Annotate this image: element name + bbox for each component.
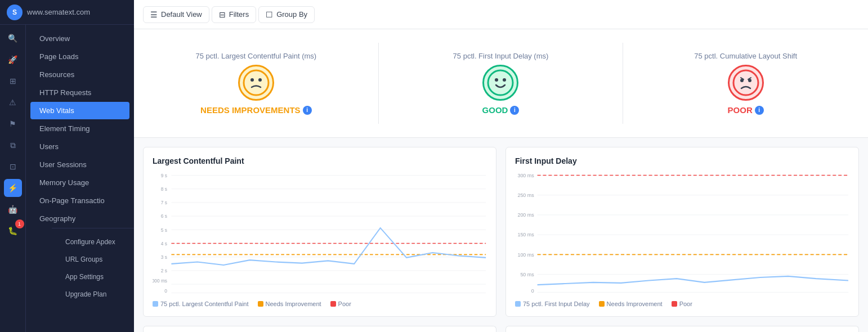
svg-text:0: 0 <box>531 288 534 294</box>
fid-chart-area: 300 ms 250 ms 200 ms 150 ms 100 ms 50 ms… <box>515 172 849 296</box>
nav-item-memory-usage[interactable]: Memory Usage <box>30 174 129 191</box>
legend-fid-needs-improvement: Needs Improvement <box>599 300 663 307</box>
fid-status-label: GOOD i <box>482 105 520 115</box>
nav-item-overview[interactable]: Overview <box>30 30 129 47</box>
legend-fid-poor: Poor <box>672 300 692 307</box>
monitor-icon-btn[interactable]: ⊡ <box>4 158 22 176</box>
svg-point-3 <box>488 70 513 95</box>
fid-title: 75 pctl. First Input Delay (ms) <box>453 52 549 60</box>
status-card-lcp: 75 pctl. Largest Contentful Paint (ms) N… <box>134 43 379 124</box>
flag-icon-btn[interactable]: ⚑ <box>4 115 22 133</box>
legend-fid-poor-dot <box>672 301 677 307</box>
status-cards: 75 pctl. Largest Contentful Paint (ms) N… <box>134 29 868 138</box>
svg-text:7 s: 7 s <box>161 200 168 206</box>
svg-point-5 <box>503 78 506 82</box>
svg-point-4 <box>495 78 498 82</box>
group-by-icon: ☐ <box>266 10 273 19</box>
svg-text:6 s: 6 s <box>161 213 168 219</box>
nav-item-http-requests[interactable]: HTTP Requests <box>30 84 129 101</box>
lightning-icon-btn[interactable]: ⚡ <box>4 179 22 197</box>
lcp-title: 75 pctl. Largest Contentful Paint (ms) <box>196 52 317 60</box>
nav-item-element-timing[interactable]: Element Timing <box>30 120 129 137</box>
svg-text:150 ms: 150 ms <box>517 231 534 238</box>
nav-item-user-sessions[interactable]: User Sessions <box>30 156 129 173</box>
nav-item-page-loads[interactable]: Page Loads <box>30 48 129 65</box>
sidebar-logo: S www.sematext.com <box>0 0 134 25</box>
needs-improvement-face-svg <box>243 69 270 96</box>
svg-point-6 <box>733 70 758 95</box>
search-icon-btn[interactable]: 🔍 <box>4 29 22 47</box>
default-view-icon: ☰ <box>150 10 158 19</box>
svg-text:5 s: 5 s <box>161 227 168 233</box>
svg-text:100 ms: 100 ms <box>517 251 534 258</box>
logo-text: www.sematext.com <box>27 8 90 16</box>
legend-poor-dot <box>330 301 336 307</box>
nav-item-upgrade-plan[interactable]: Upgrade Plan <box>56 286 129 303</box>
svg-point-2 <box>258 78 262 82</box>
nav-item-geography[interactable]: Geography <box>30 210 129 227</box>
filters-label: Filters <box>229 10 249 19</box>
layers-icon-btn[interactable]: ⧉ <box>4 136 22 154</box>
sidebar-nav: Overview Page Loads Resources HTTP Reque… <box>26 25 134 332</box>
nav-item-resources[interactable]: Resources <box>30 66 129 83</box>
lcp-face <box>238 65 274 101</box>
legend-fid-line: 75 pctl. First Input Delay <box>515 300 590 307</box>
legend-needs-dot <box>258 301 263 307</box>
main-content: ☰ Default View ⊟ Filters ☐ Group By 75 p… <box>134 0 868 332</box>
default-view-label: Default View <box>161 10 202 19</box>
svg-text:1000 ms: 1000 ms <box>153 277 167 284</box>
fid-chart-card: First Input Delay 300 ms 250 ms 200 ms 1… <box>505 147 859 317</box>
group-by-button[interactable]: ☐ Group By <box>258 6 315 23</box>
status-card-cls: 75 pctl. Cumulative Layout Shift POOR i <box>623 43 868 124</box>
lcp-chart-svg: 9 s 8 s 7 s 6 s 5 s 4 s 3 s 2 s 1000 ms … <box>153 172 487 296</box>
filters-button[interactable]: ⊟ Filters <box>212 6 256 23</box>
cls-status-label: POOR i <box>728 105 764 115</box>
svg-text:200 ms: 200 ms <box>517 212 534 218</box>
rocket-icon-btn[interactable]: 🚀 <box>4 51 22 69</box>
fcp-title: First Contentful Pai <box>505 326 859 332</box>
nav-item-app-settings[interactable]: App Settings <box>56 268 129 285</box>
svg-text:250 ms: 250 ms <box>517 192 534 199</box>
active-icon-container: ⚡ <box>4 179 22 197</box>
default-view-button[interactable]: ☰ Default View <box>143 6 209 23</box>
lcp-chart-area: 9 s 8 s 7 s 6 s 5 s 4 s 3 s 2 s 1000 ms … <box>153 172 487 296</box>
sidebar-icon-strip: 🔍 🚀 ⊞ ⚠ ⚑ ⧉ ⊡ ⚡ 🤖 🐛 1 <box>0 25 26 332</box>
svg-text:2 s: 2 s <box>161 268 168 274</box>
charts-grid: Largest Contentful Paint 9 s 8 s 7 s 6 s… <box>134 138 868 326</box>
sidebar-bottom: Configure Apdex URL Groups App Settings … <box>52 228 134 308</box>
notification-badge: 1 <box>15 219 24 228</box>
alert-icon-btn[interactable]: ⚠ <box>4 93 22 111</box>
legend-needs-improvement: Needs Improvement <box>258 300 321 307</box>
fid-chart-title: First Input Delay <box>515 156 849 165</box>
cls-info-icon[interactable]: i <box>755 106 764 115</box>
svg-text:300 ms: 300 ms <box>517 172 534 178</box>
svg-text:3 s: 3 s <box>161 254 168 260</box>
group-by-label: Group By <box>276 10 307 19</box>
lcp-info-icon[interactable]: i <box>303 106 312 115</box>
status-card-fid: 75 pctl. First Input Delay (ms) GOOD i <box>379 43 624 124</box>
nav-item-on-page-transaction[interactable]: On-Page Transactio <box>30 192 129 209</box>
svg-text:4 s: 4 s <box>161 240 168 246</box>
legend-lcp-dot <box>153 301 158 307</box>
legend-fid-needs-dot <box>599 301 605 307</box>
grid-icon-btn[interactable]: ⊞ <box>4 72 22 90</box>
svg-text:50 ms: 50 ms <box>520 271 534 277</box>
robot-icon-btn[interactable]: 🤖 <box>4 200 22 218</box>
svg-text:0: 0 <box>164 288 167 294</box>
cls-title: 75 pctl. Cumulative Layout Shift <box>694 52 797 60</box>
poor-face-svg <box>732 69 759 96</box>
fid-info-icon[interactable]: i <box>510 106 519 115</box>
lcp-legend: 75 pctl. Largest Contentful Paint Needs … <box>153 300 487 307</box>
nav-item-configure-apdex[interactable]: Configure Apdex <box>56 234 129 250</box>
fid-chart-svg: 300 ms 250 ms 200 ms 150 ms 100 ms 50 ms… <box>515 172 849 296</box>
toolbar: ☰ Default View ⊟ Filters ☐ Group By <box>134 0 868 29</box>
bottom-titles: Time To First Byte First Contentful Pai <box>134 326 868 332</box>
cls-face <box>728 65 764 101</box>
nav-item-url-groups[interactable]: URL Groups <box>56 251 129 268</box>
lcp-chart-title: Largest Contentful Paint <box>153 156 487 165</box>
nav-item-web-vitals[interactable]: Web Vitals <box>30 102 129 119</box>
nav-item-users[interactable]: Users <box>30 138 129 155</box>
svg-point-1 <box>250 78 254 82</box>
bug-icon-container: 🐛 1 <box>4 222 22 240</box>
logo-icon: S <box>7 5 23 20</box>
